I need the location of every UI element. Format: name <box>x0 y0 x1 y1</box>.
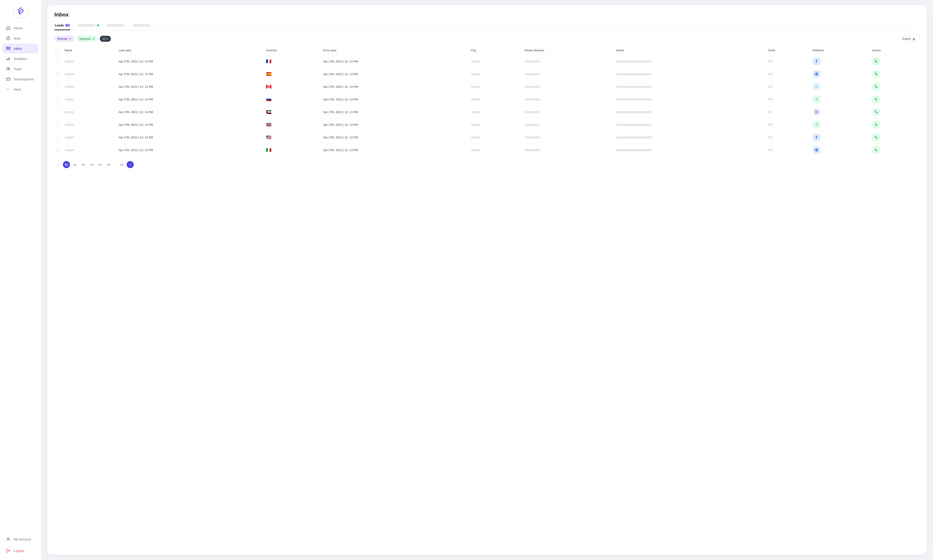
more-icon <box>6 87 11 92</box>
row-platform-btn[interactable] <box>813 95 821 103</box>
tab-leads[interactable]: Leads 1k <box>54 22 70 30</box>
filter-chip-more[interactable]: 12 + <box>100 36 111 42</box>
row-phone-placeholder <box>525 98 540 101</box>
row-platform-cell <box>811 106 870 118</box>
sidebar-item-inbox-label: Inbox <box>14 47 22 51</box>
filter-chip-website[interactable]: Website ✕ <box>54 36 74 42</box>
row-checkbox-cell <box>54 55 62 68</box>
page-01-button[interactable]: 01 <box>63 161 70 168</box>
row-phone-cell <box>522 106 614 118</box>
row-name-cell <box>62 106 116 118</box>
row-platform-btn[interactable] <box>813 108 821 116</box>
row-city-placeholder <box>471 73 480 75</box>
svg-rect-5 <box>9 57 10 60</box>
sidebar-item-subscriptions[interactable]: Subscriptions <box>3 74 38 84</box>
sidebar-item-more[interactable]: More <box>3 85 38 94</box>
filter-chip-telegram[interactable]: Telegram ✕ <box>77 36 97 42</box>
row-email-placeholder <box>616 60 652 63</box>
row-phone-cell <box>522 93 614 106</box>
leads-table: Name Last seen Country First seen City P… <box>54 47 920 156</box>
row-visits-cell <box>766 106 810 118</box>
row-platform-btn[interactable] <box>813 70 821 78</box>
row-checkbox-cell <box>54 118 62 131</box>
row-platform-btn[interactable] <box>813 121 821 128</box>
row-checkbox-2[interactable] <box>55 85 59 88</box>
row-name-cell <box>62 80 116 93</box>
row-checkbox-4[interactable] <box>55 110 59 114</box>
row-phone-cell <box>522 68 614 80</box>
row-action-call-btn[interactable] <box>872 57 880 65</box>
page-02-button[interactable]: 02 <box>71 161 79 168</box>
page-03-button[interactable]: 03 <box>80 161 87 168</box>
page-06-button[interactable]: 06 <box>105 161 112 168</box>
table-row: Apr 27th, 2022 | 12: 13 PM 🇷🇺 Apr 27th, … <box>54 93 920 106</box>
row-checkbox-3[interactable] <box>55 97 59 101</box>
row-city-cell <box>469 106 523 118</box>
row-action-call-btn[interactable] <box>872 121 880 128</box>
row-first-seen-cell: Apr 27th, 2022 | 12: 13 PM <box>321 131 469 144</box>
table-row: Apr 27th, 2022 | 12: 13 PM 🇺🇸 Apr 27th, … <box>54 131 920 144</box>
row-first-seen-cell: Apr 27th, 2022 | 12: 13 PM <box>321 80 469 93</box>
tab-3[interactable] <box>106 22 125 30</box>
row-checkbox-6[interactable] <box>55 135 59 139</box>
export-button[interactable]: Export <box>898 35 920 42</box>
row-visits-cell <box>766 68 810 80</box>
row-visits-dot <box>768 73 773 75</box>
row-checkbox-7[interactable] <box>55 148 59 152</box>
row-action-call-btn[interactable] <box>872 83 880 91</box>
tab-2-dot <box>97 25 99 26</box>
row-checkbox-0[interactable] <box>55 60 59 63</box>
sidebar-nav: Home Bots Inbox Analytics Team <box>0 23 41 534</box>
row-flag: 🇷🇺 <box>266 97 271 102</box>
row-city-cell <box>469 93 523 106</box>
row-visits-dot <box>768 60 773 62</box>
row-action-call-btn[interactable] <box>872 108 880 116</box>
sidebar-item-bots[interactable]: Bots <box>3 33 38 43</box>
row-email-placeholder <box>616 98 652 101</box>
row-action-call-btn[interactable] <box>872 70 880 78</box>
row-action-call-btn[interactable] <box>872 146 880 154</box>
page-04-button[interactable]: 04 <box>88 161 95 168</box>
row-checkbox-cell <box>54 93 62 106</box>
tab-2[interactable] <box>77 22 99 30</box>
page-05-button[interactable]: 05 <box>97 161 104 168</box>
sidebar-item-home[interactable]: Home <box>3 23 38 33</box>
pagination-ellipsis: ... <box>114 163 116 166</box>
phone-icon <box>874 72 878 76</box>
row-action-cell <box>870 93 920 106</box>
select-all-checkbox[interactable] <box>55 49 59 52</box>
row-platform-btn[interactable] <box>813 146 821 154</box>
row-email-cell <box>614 144 766 156</box>
filter-website-remove[interactable]: ✕ <box>69 37 72 40</box>
page-10-button[interactable]: 10 <box>118 161 125 168</box>
sidebar-item-logout[interactable]: Logout <box>3 546 38 555</box>
filter-telegram-remove[interactable]: ✕ <box>92 37 95 40</box>
row-flag: 🇮🇹 <box>266 148 271 152</box>
row-city-placeholder <box>471 60 480 63</box>
row-visits-dot <box>768 123 773 126</box>
row-phone-placeholder <box>525 136 540 138</box>
table-row: Apr 27th, 2022 | 12: 13 PM 🇬🇧 Apr 27th, … <box>54 118 920 131</box>
sidebar-item-analytics[interactable]: Analytics <box>3 54 38 63</box>
row-action-call-btn[interactable] <box>872 95 880 103</box>
row-action-call-btn[interactable] <box>872 134 880 141</box>
col-city: City <box>469 47 523 55</box>
row-last-seen-cell: Apr 27th, 2022 | 12: 13 PM <box>116 106 264 118</box>
row-platform-btn[interactable] <box>813 83 821 91</box>
row-checkbox-5[interactable] <box>55 123 59 126</box>
row-email-cell <box>614 118 766 131</box>
tab-4[interactable] <box>132 22 151 30</box>
sidebar-item-myaccount[interactable]: My Account <box>3 534 38 544</box>
row-name-cell <box>62 131 116 144</box>
row-flag: 🇬🇧 <box>266 122 271 127</box>
next-page-button[interactable]: › <box>127 161 134 168</box>
col-action: Action <box>870 47 920 55</box>
row-platform-btn[interactable] <box>813 57 821 65</box>
sidebar-item-bots-label: Bots <box>14 37 20 40</box>
prev-page-button[interactable]: ‹ <box>54 161 62 168</box>
sidebar-item-team[interactable]: Team <box>3 64 38 74</box>
sidebar-item-inbox[interactable]: Inbox <box>3 43 38 53</box>
row-checkbox-1[interactable] <box>55 72 59 76</box>
export-icon <box>912 37 915 40</box>
row-platform-btn[interactable] <box>813 134 821 141</box>
